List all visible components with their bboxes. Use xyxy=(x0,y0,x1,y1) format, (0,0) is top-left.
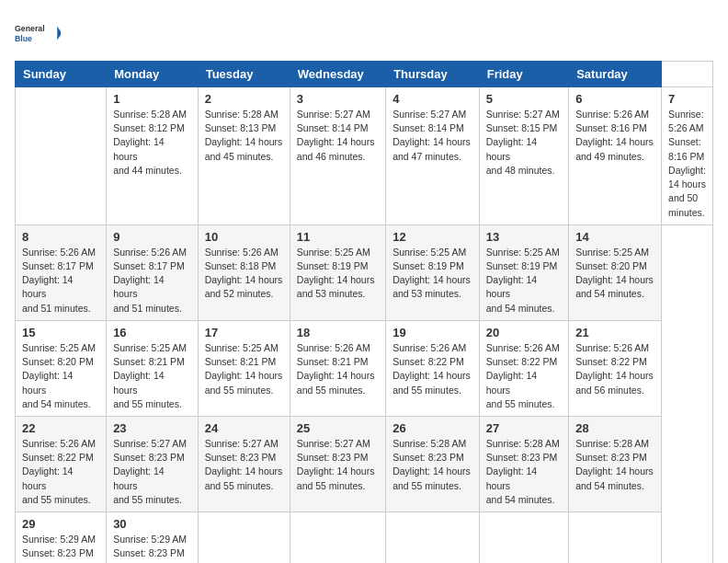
day-info: Sunrise: 5:27 AMSunset: 8:23 PMDaylight:… xyxy=(113,438,187,505)
calendar-cell: 17 Sunrise: 5:25 AMSunset: 8:21 PMDaylig… xyxy=(198,320,290,416)
calendar-cell: 12 Sunrise: 5:25 AMSunset: 8:19 PMDaylig… xyxy=(386,224,480,320)
col-header-monday: Monday xyxy=(107,62,199,87)
day-number: 27 xyxy=(486,421,562,435)
calendar-cell: 23 Sunrise: 5:27 AMSunset: 8:23 PMDaylig… xyxy=(107,416,199,511)
day-number: 24 xyxy=(205,421,283,435)
day-number: 12 xyxy=(392,230,472,244)
day-number: 22 xyxy=(22,421,99,435)
day-number: 19 xyxy=(392,326,472,339)
page-header: General Blue xyxy=(15,15,713,52)
day-info: Sunrise: 5:25 AMSunset: 8:20 PMDaylight:… xyxy=(575,247,654,300)
calendar-week-2: 8 Sunrise: 5:26 AMSunset: 8:17 PMDayligh… xyxy=(16,224,713,320)
day-info: Sunrise: 5:26 AMSunset: 8:22 PMDaylight:… xyxy=(392,342,471,396)
day-info: Sunrise: 5:26 AMSunset: 8:16 PMDaylight:… xyxy=(668,109,706,218)
day-number: 21 xyxy=(575,326,654,339)
day-info: Sunrise: 5:25 AMSunset: 8:21 PMDaylight:… xyxy=(205,342,283,396)
day-number: 9 xyxy=(113,230,191,244)
day-number: 26 xyxy=(392,421,472,435)
col-header-sunday: Sunday xyxy=(16,62,107,87)
calendar-cell: 10 Sunrise: 5:26 AMSunset: 8:18 PMDaylig… xyxy=(198,224,290,320)
day-info: Sunrise: 5:28 AMSunset: 8:23 PMDaylight:… xyxy=(392,438,471,491)
calendar-cell: 29 Sunrise: 5:29 AMSunset: 8:23 PMDaylig… xyxy=(16,512,107,563)
day-info: Sunrise: 5:27 AMSunset: 8:23 PMDaylight:… xyxy=(205,438,283,491)
day-number: 18 xyxy=(297,326,379,339)
calendar-cell: 16 Sunrise: 5:25 AMSunset: 8:21 PMDaylig… xyxy=(107,320,199,416)
day-info: Sunrise: 5:27 AMSunset: 8:15 PMDaylight:… xyxy=(486,109,560,176)
logo: General Blue xyxy=(15,15,61,52)
day-number: 13 xyxy=(486,230,562,244)
calendar-cell: 8 Sunrise: 5:26 AMSunset: 8:17 PMDayligh… xyxy=(16,224,107,320)
day-number: 25 xyxy=(297,421,379,435)
col-header-friday: Friday xyxy=(479,62,568,87)
day-info: Sunrise: 5:28 AMSunset: 8:23 PMDaylight:… xyxy=(486,438,560,505)
col-header-saturday: Saturday xyxy=(569,62,662,87)
day-info: Sunrise: 5:29 AMSunset: 8:23 PMDaylight:… xyxy=(113,534,187,563)
day-info: Sunrise: 5:26 AMSunset: 8:22 PMDaylight:… xyxy=(22,438,96,505)
calendar-cell xyxy=(569,512,662,563)
calendar-week-4: 22 Sunrise: 5:26 AMSunset: 8:22 PMDaylig… xyxy=(16,416,713,511)
day-number: 1 xyxy=(113,92,191,106)
day-info: Sunrise: 5:26 AMSunset: 8:22 PMDaylight:… xyxy=(486,342,560,409)
day-number: 4 xyxy=(392,92,472,106)
day-info: Sunrise: 5:27 AMSunset: 8:14 PMDaylight:… xyxy=(392,109,471,162)
day-number: 8 xyxy=(22,230,99,244)
calendar-cell: 11 Sunrise: 5:25 AMSunset: 8:19 PMDaylig… xyxy=(290,224,385,320)
calendar-cell xyxy=(386,512,480,563)
day-info: Sunrise: 5:26 AMSunset: 8:18 PMDaylight:… xyxy=(205,247,283,300)
day-info: Sunrise: 5:29 AMSunset: 8:23 PMDaylight:… xyxy=(22,534,96,563)
day-info: Sunrise: 5:25 AMSunset: 8:19 PMDaylight:… xyxy=(297,247,375,300)
day-info: Sunrise: 5:26 AMSunset: 8:17 PMDaylight:… xyxy=(113,247,187,314)
day-number: 14 xyxy=(575,230,654,244)
calendar-cell: 6 Sunrise: 5:26 AMSunset: 8:16 PMDayligh… xyxy=(569,87,662,225)
calendar-cell: 18 Sunrise: 5:26 AMSunset: 8:21 PMDaylig… xyxy=(290,320,385,416)
calendar-cell: 15 Sunrise: 5:25 AMSunset: 8:20 PMDaylig… xyxy=(16,320,107,416)
day-number: 2 xyxy=(205,92,283,106)
logo-svg: General Blue xyxy=(15,15,61,52)
calendar-table: SundayMondayTuesdayWednesdayThursdayFrid… xyxy=(15,61,713,563)
calendar-week-3: 15 Sunrise: 5:25 AMSunset: 8:20 PMDaylig… xyxy=(16,320,713,416)
calendar-week-1: 1 Sunrise: 5:28 AMSunset: 8:12 PMDayligh… xyxy=(16,87,713,225)
calendar-cell: 1 Sunrise: 5:28 AMSunset: 8:12 PMDayligh… xyxy=(107,87,199,225)
calendar-cell: 26 Sunrise: 5:28 AMSunset: 8:23 PMDaylig… xyxy=(386,416,480,511)
calendar-cell: 13 Sunrise: 5:25 AMSunset: 8:19 PMDaylig… xyxy=(479,224,568,320)
calendar-cell: 3 Sunrise: 5:27 AMSunset: 8:14 PMDayligh… xyxy=(290,87,385,225)
day-number: 20 xyxy=(486,326,562,339)
calendar-cell: 22 Sunrise: 5:26 AMSunset: 8:22 PMDaylig… xyxy=(16,416,107,511)
col-header-thursday: Thursday xyxy=(386,62,480,87)
svg-text:General: General xyxy=(15,24,45,33)
day-number: 30 xyxy=(113,517,191,531)
day-info: Sunrise: 5:26 AMSunset: 8:17 PMDaylight:… xyxy=(22,247,96,314)
day-number: 3 xyxy=(297,92,379,106)
calendar-cell: 30 Sunrise: 5:29 AMSunset: 8:23 PMDaylig… xyxy=(107,512,199,563)
calendar-cell xyxy=(198,512,290,563)
day-info: Sunrise: 5:26 AMSunset: 8:16 PMDaylight:… xyxy=(575,109,654,162)
day-info: Sunrise: 5:28 AMSunset: 8:12 PMDaylight:… xyxy=(113,109,187,176)
calendar-cell: 28 Sunrise: 5:28 AMSunset: 8:23 PMDaylig… xyxy=(569,416,662,511)
calendar-cell: 20 Sunrise: 5:26 AMSunset: 8:22 PMDaylig… xyxy=(479,320,568,416)
col-header-wednesday: Wednesday xyxy=(290,62,385,87)
calendar-cell xyxy=(290,512,385,563)
col-header-tuesday: Tuesday xyxy=(198,62,290,87)
day-number: 15 xyxy=(22,326,99,339)
day-number: 16 xyxy=(113,326,191,339)
calendar-cell: 2 Sunrise: 5:28 AMSunset: 8:13 PMDayligh… xyxy=(198,87,290,225)
calendar-week-5: 29 Sunrise: 5:29 AMSunset: 8:23 PMDaylig… xyxy=(16,512,713,563)
day-info: Sunrise: 5:25 AMSunset: 8:19 PMDaylight:… xyxy=(392,247,471,300)
calendar-cell: 19 Sunrise: 5:26 AMSunset: 8:22 PMDaylig… xyxy=(386,320,480,416)
day-info: Sunrise: 5:27 AMSunset: 8:23 PMDaylight:… xyxy=(297,438,375,491)
day-number: 17 xyxy=(205,326,283,339)
day-number: 23 xyxy=(113,421,191,435)
day-number: 6 xyxy=(575,92,654,106)
day-info: Sunrise: 5:25 AMSunset: 8:20 PMDaylight:… xyxy=(22,342,96,409)
calendar-cell: 21 Sunrise: 5:26 AMSunset: 8:22 PMDaylig… xyxy=(569,320,662,416)
calendar-cell: 14 Sunrise: 5:25 AMSunset: 8:20 PMDaylig… xyxy=(569,224,662,320)
svg-text:Blue: Blue xyxy=(15,34,32,43)
day-number: 28 xyxy=(575,421,654,435)
svg-marker-2 xyxy=(57,27,61,40)
calendar-cell xyxy=(479,512,568,563)
calendar-cell: 27 Sunrise: 5:28 AMSunset: 8:23 PMDaylig… xyxy=(479,416,568,511)
calendar-cell: 9 Sunrise: 5:26 AMSunset: 8:17 PMDayligh… xyxy=(107,224,199,320)
day-number: 11 xyxy=(297,230,379,244)
day-info: Sunrise: 5:28 AMSunset: 8:23 PMDaylight:… xyxy=(575,438,654,491)
calendar-cell: 4 Sunrise: 5:27 AMSunset: 8:14 PMDayligh… xyxy=(386,87,480,225)
